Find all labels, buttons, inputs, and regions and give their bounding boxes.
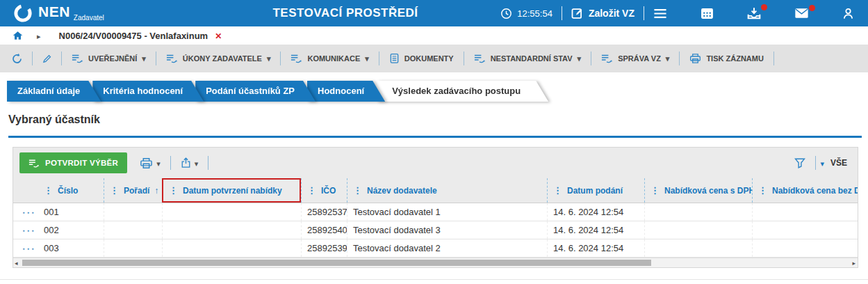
column-menu-icon[interactable] [353, 185, 362, 196]
column-header-cislo[interactable]: Číslo [38, 178, 104, 203]
table-row[interactable]: 001 25892537 Testovací dodavatel 1 14. 6… [13, 203, 858, 221]
print-grid-button[interactable] [134, 157, 166, 169]
grid-toolbar: POTVRDIT VÝBĚR VŠE [13, 148, 858, 178]
refresh-button[interactable] [8, 53, 26, 65]
toolbar-separator [679, 52, 680, 65]
cell-datum-podani: 14. 6. 2024 12:54 [547, 203, 644, 221]
chevron-down-icon [666, 54, 670, 63]
user-profile-button[interactable] [833, 8, 855, 19]
tab-vysledek-zadavaciho-postupu[interactable]: Výsledek zadávacího postupu [377, 81, 548, 102]
scrollbar-thumb[interactable] [22, 260, 651, 266]
messages-button[interactable] [785, 8, 818, 19]
tab-podani-ucastniku-zp[interactable]: Podání účastníků ZP [195, 81, 316, 102]
menu-tisk-zaznamu[interactable]: TISK ZÁZNAMU [686, 53, 767, 64]
column-header-datum-podani[interactable]: Datum podání [547, 178, 644, 203]
column-header-cena-s-dph[interactable]: Nabídková cena s DPH [644, 178, 752, 203]
column-menu-icon[interactable] [307, 185, 316, 196]
tab-zakladni-udaje[interactable]: Základní údaje [7, 81, 101, 102]
tab-kriteria-hodnoceni[interactable]: Kritéria hodnocení [92, 81, 204, 102]
row-menu-icon[interactable] [13, 210, 38, 214]
column-menu-icon[interactable] [169, 185, 178, 196]
scroll-left-icon[interactable] [15, 258, 18, 268]
column-menu-icon[interactable] [650, 185, 660, 196]
page-title: Vybraný účastník [8, 113, 868, 126]
table-row[interactable]: 003 25892539 Testovací dodavatel 2 14. 6… [13, 239, 858, 258]
column-header-cena-bez-dph[interactable]: Nabídková cena bez DPH [752, 178, 858, 203]
tab-hodnoceni[interactable]: Hodnocení [307, 81, 385, 102]
inbox-button[interactable] [738, 7, 770, 19]
menu-sprava-vz[interactable]: SPRÁVA VZ [598, 54, 673, 63]
column-header-ico[interactable]: IČO [301, 178, 347, 203]
scope-dropdown-label[interactable]: VŠE [830, 158, 847, 168]
grid-toolbar-separator [170, 156, 171, 170]
calendar-button[interactable] [691, 8, 723, 19]
row-menu-icon[interactable] [13, 228, 38, 232]
action-toolbar: UVEŘEJNĚNÍ ÚKONY ZADAVATELE KOMUNIKACE D… [0, 45, 868, 72]
inbox-notification-badge [761, 4, 767, 10]
column-header-datum-potvrzeni-nabidky[interactable]: Datum potvrzení nabídky [162, 178, 301, 203]
cell-poradi [104, 221, 162, 239]
envelope-icon [794, 8, 809, 19]
menu-dokumenty[interactable]: DOKUMENTY [386, 53, 457, 64]
grid-header-row: Číslo Pořadí Datum potvrzení nabídky IČO… [13, 178, 858, 203]
menu-komunikace[interactable]: KOMUNIKACE [287, 54, 372, 63]
nen-logo-icon [13, 3, 33, 24]
cell-cislo: 001 [38, 207, 104, 217]
grid-toolbar-separator [208, 156, 208, 170]
breadcrumb-item[interactable]: N006/24/V00009475 - Venlafaxinum [59, 31, 208, 41]
column-menu-icon[interactable] [758, 185, 767, 196]
column-menu-icon[interactable] [553, 185, 562, 196]
menu-label: UVEŘEJNĚNÍ [88, 54, 137, 63]
chevron-down-icon [156, 157, 161, 169]
scope-dropdown-caret-icon[interactable] [820, 157, 824, 169]
close-record-icon[interactable] [215, 29, 222, 42]
chevron-down-icon [267, 54, 271, 63]
menu-ukony-zadavatele[interactable]: ÚKONY ZADAVATELE [163, 54, 275, 63]
toolbar-separator [280, 52, 281, 65]
inbox-icon [747, 7, 761, 19]
menu-label: ÚKONY ZADAVATELE [183, 54, 262, 63]
menu-uverejneni[interactable]: UVEŘEJNĚNÍ [68, 54, 149, 63]
environment-title: TESTOVACÍ PROSTŘEDÍ [272, 6, 418, 20]
messages-notification-badge [809, 5, 815, 11]
create-vz-button[interactable]: Založit VZ [562, 7, 644, 19]
actions-icon [166, 54, 178, 63]
row-menu-icon[interactable] [13, 246, 38, 251]
horizontal-scrollbar[interactable] [13, 258, 858, 267]
bottom-divider [0, 279, 868, 280]
edit-button[interactable] [39, 54, 55, 64]
section-divider [8, 136, 862, 138]
clock-icon [500, 8, 512, 19]
edit-square-icon [571, 7, 584, 19]
toolbar-separator [61, 52, 62, 65]
cell-cena-bez-dph [752, 221, 858, 239]
column-header-nazev-dodavatele[interactable]: Název dodavatele [347, 178, 547, 203]
confirm-selection-button[interactable]: POTVRDIT VÝBĚR [19, 152, 127, 173]
column-header-poradi[interactable]: Pořadí [104, 178, 162, 203]
column-menu-icon[interactable] [44, 185, 53, 196]
main-menu-button[interactable] [644, 8, 676, 19]
confirm-selection-label: POTVRDIT VÝBĚR [45, 159, 118, 167]
cell-datum-podani: 14. 6. 2024 12:54 [547, 221, 644, 239]
column-label: Nabídková cena s DPH [664, 186, 752, 196]
scroll-right-icon[interactable] [852, 258, 855, 268]
cell-cislo: 003 [38, 243, 104, 253]
cell-datum-potvrzeni [162, 239, 301, 257]
filter-icon[interactable] [789, 158, 811, 168]
clock-widget: 12:55:54 [491, 8, 562, 19]
cell-ico: 25892537 [301, 203, 347, 221]
logo-text: NEN [38, 3, 70, 21]
column-label: Nabídková cena bez DPH [772, 186, 858, 196]
home-icon[interactable] [7, 31, 28, 40]
menu-label: KOMUNIKACE [307, 54, 360, 63]
export-grid-button[interactable] [175, 157, 204, 169]
cell-poradi [104, 203, 162, 221]
toolbar-separator [773, 52, 774, 65]
cell-nazev-dodavatele: Testovací dodavatel 2 [347, 239, 547, 257]
column-label: Pořadí [124, 186, 149, 196]
column-menu-icon[interactable] [110, 185, 119, 196]
nen-logo[interactable]: NEN Zadavatel [13, 3, 104, 24]
menu-nestandardni-stav[interactable]: NESTANDARDNÍ STAV [470, 54, 584, 63]
table-row[interactable]: 002 25892540 Testovací dodavatel 3 14. 6… [13, 221, 858, 239]
actions-icon [28, 159, 40, 168]
